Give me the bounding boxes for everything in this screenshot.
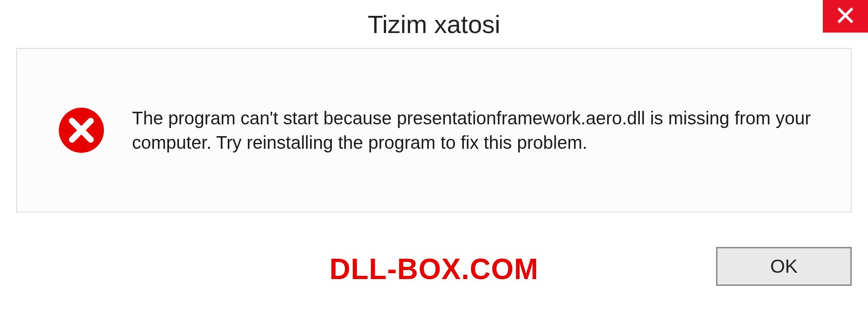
ok-button[interactable]: OK	[716, 247, 852, 286]
error-circle-icon	[58, 107, 105, 154]
close-button[interactable]	[823, 0, 868, 33]
dialog-content-panel: The program can't start because presenta…	[16, 48, 852, 213]
dialog-title: Tizim xatosi	[368, 9, 500, 39]
close-icon	[836, 6, 854, 26]
error-message: The program can't start because presenta…	[132, 106, 819, 155]
ok-button-label: OK	[770, 256, 798, 277]
watermark-text: DLL-BOX.COM	[330, 252, 539, 286]
dialog-titlebar: Tizim xatosi	[0, 0, 868, 48]
dialog-footer: DLL-BOX.COM OK	[0, 213, 868, 312]
